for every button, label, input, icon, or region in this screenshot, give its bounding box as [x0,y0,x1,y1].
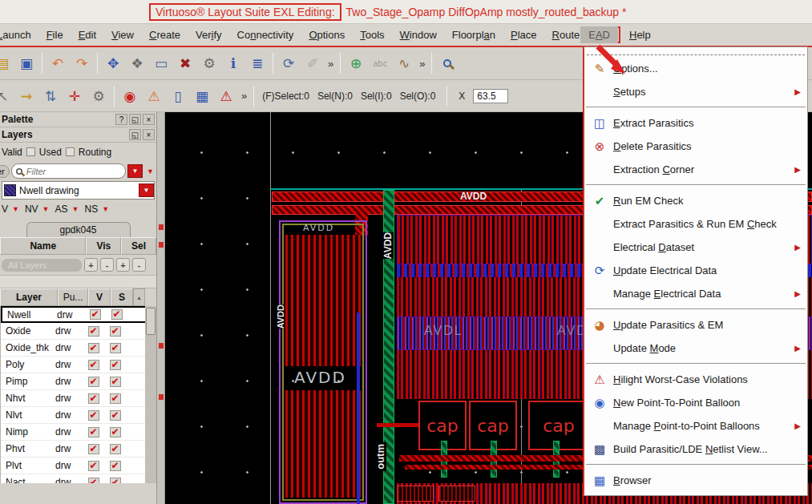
menu-tearoff-handle[interactable] [587,49,805,55]
layer-filter-input[interactable] [26,167,91,176]
filter-dropdown-button[interactable]: ▼ [127,164,143,178]
visible-checkbox[interactable]: ✔ [90,309,101,320]
vis-plus-button[interactable]: + [84,258,98,272]
edit-constraints-icon[interactable]: ▦ [192,86,212,107]
probe-icon[interactable]: ◉ [119,86,140,107]
menu-item-build-netlist-view[interactable]: ▩ Build Parasitic/LDE Netlist View... [584,437,807,461]
undo-icon[interactable]: ↶ [47,53,68,74]
table-row-nimp[interactable]: Nimpdrw ✔ ✔ [1,424,156,441]
active-layer-selector[interactable]: Nwell drawing ▼ [2,181,155,200]
menu-item-delete-parasitics[interactable]: ⊗ Delete Parasitics [584,135,807,158]
properties-icon[interactable]: ⚙ [199,53,220,74]
menu-item-new-p2p-balloon[interactable]: ◉ New Point-To-Point Balloon [584,391,807,414]
menu-launch[interactable]: Launch [0,26,39,43]
overflow-chevron-icon[interactable]: » [325,58,337,70]
create-device-icon[interactable]: ∿ [394,53,414,74]
menu-view[interactable]: View [103,26,142,43]
s-column-header[interactable]: S [111,288,133,306]
crosshair-icon[interactable]: ✛ [64,86,85,107]
edit-in-place-icon[interactable]: ✐ [302,53,323,74]
layer-dropdown-button[interactable]: ▼ [139,183,154,197]
table-row-nwell[interactable]: Nwelldrw ✔ ✔ [1,306,156,323]
device-view-icon[interactable]: ▯ [168,86,188,107]
engine-gears-icon[interactable]: ⚙ [88,86,109,107]
selectable-checkbox[interactable]: ✔ [110,427,121,437]
name-column-header[interactable]: Name [0,237,86,255]
zoom-fit-icon[interactable]: ▭ [151,53,172,74]
table-row-oxide[interactable]: Oxidedrw ✔ ✔ [1,323,156,340]
layer-column-header[interactable]: Layer [0,288,58,306]
menu-place[interactable]: Place [503,26,545,43]
menu-item-update-mode[interactable]: Update Mode ▶ [584,337,807,360]
visible-checkbox[interactable]: ✔ [88,377,99,387]
menu-item-update-electrical-data[interactable]: ⟳ Update Electrical Data [584,259,807,282]
all-layers-label[interactable]: All Layers [2,259,82,272]
assign-nets-icon[interactable]: ⇅ [40,86,61,107]
visible-checkbox[interactable]: ✔ [88,343,99,353]
menu-connectivity[interactable]: Connectivity [229,26,302,43]
table-row-nlvt[interactable]: Nlvtdrw ✔ ✔ [1,407,156,424]
create-pin-icon[interactable]: ⊕ [345,53,366,74]
create-label-icon[interactable]: abc [370,53,390,74]
table-row-pimp[interactable]: Pimpdrw ✔ ✔ [1,373,156,390]
move-icon[interactable]: ✥ [103,53,123,74]
layer-table-scrollbar[interactable] [145,306,156,483]
menu-item-extraction-corner[interactable]: Extraction Corner ▶ [584,158,807,181]
dock-icon[interactable]: ◱ [129,114,141,125]
menu-item-setups[interactable]: Setups ▶ [584,80,807,103]
table-row-oxide-thk[interactable]: Oxide_thkdrw ✔ ✔ [1,340,156,357]
visible-checkbox[interactable]: ✔ [88,410,99,421]
visible-checkbox[interactable]: ✔ [88,393,99,404]
visible-checkbox[interactable]: ✔ [88,461,99,471]
menu-window[interactable]: Window [392,26,445,43]
menu-tools[interactable]: Tools [352,26,392,43]
select-cursor-icon[interactable]: ↖ [0,86,13,107]
help-icon[interactable]: ? [115,114,127,125]
open-folder-icon[interactable]: ▤ [0,53,13,74]
selectable-checkbox[interactable]: ✔ [110,343,121,353]
menu-item-extract-and-run-em[interactable]: Extract Parasitics & Run EM Check [584,212,807,236]
quick-filter-as[interactable]: AS▼ [55,204,82,215]
overflow-chevron-icon[interactable]: » [416,58,428,70]
purpose-column-header[interactable]: Pu... [58,288,88,306]
menu-item-browser[interactable]: ▦ Browser [584,469,807,492]
menu-item-manage-p2p-balloons[interactable]: Manage Point-to-Point Balloons ▶ [584,414,807,437]
selectable-checkbox[interactable]: ✔ [111,309,123,320]
quick-filter-nv[interactable]: NV▼ [25,204,52,215]
hierarchy-icon[interactable]: ≣ [247,53,268,74]
sel-column-header[interactable]: Sel [121,237,156,255]
menu-item-hilight-violations[interactable]: ⚠ Hilight Worst-Case Violations [584,368,807,391]
visible-checkbox[interactable]: ✔ [88,444,99,454]
close-icon[interactable]: × [143,129,155,140]
menu-help[interactable]: Help [621,26,659,43]
menu-item-run-em-check[interactable]: ✔ Run EM Check [584,189,807,212]
sel-plus-button[interactable]: + [116,258,130,272]
selectable-checkbox[interactable]: ✔ [110,478,121,484]
vis-column-header[interactable]: Vis [86,237,121,255]
menu-item-options[interactable]: ✎ Options... [584,57,807,80]
table-row-plvt[interactable]: Plvtdrw ✔ ✔ [1,458,156,474]
delete-icon[interactable]: ✖ [175,53,196,74]
selectable-checkbox[interactable]: ✔ [110,360,121,370]
dock-icon[interactable]: ◱ [129,129,141,140]
menu-floorplan[interactable]: Floorplan [444,26,503,43]
overflow-chevron-icon[interactable]: » [238,90,250,102]
table-row-phvt[interactable]: Phvtdrw ✔ ✔ [1,441,156,458]
selectable-checkbox[interactable]: ✔ [110,444,121,454]
stretch-icon[interactable]: ❖ [127,53,147,74]
violation-error-icon[interactable]: ⚠ [216,86,236,107]
scroll-up-icon[interactable]: ▴ [133,288,145,306]
visible-checkbox[interactable]: ✔ [88,478,99,484]
selectable-checkbox[interactable]: ✔ [110,461,121,471]
table-row-poly[interactable]: Polydrw ✔ ✔ [1,357,156,373]
filter-pill-fragment[interactable]: er [0,165,10,178]
close-icon[interactable]: × [143,114,155,125]
selectable-checkbox[interactable]: ✔ [110,410,121,421]
used-checkbox[interactable] [26,147,35,156]
v-column-header[interactable]: V [88,288,111,306]
menu-item-extract-parasitics[interactable]: ◫ Extract Parasitics [584,111,807,135]
used-checkbox-label[interactable]: Used [39,147,62,158]
visible-checkbox[interactable]: ✔ [88,360,99,370]
layer-search-box[interactable] [11,163,126,179]
info-icon[interactable]: ℹ [223,53,244,74]
